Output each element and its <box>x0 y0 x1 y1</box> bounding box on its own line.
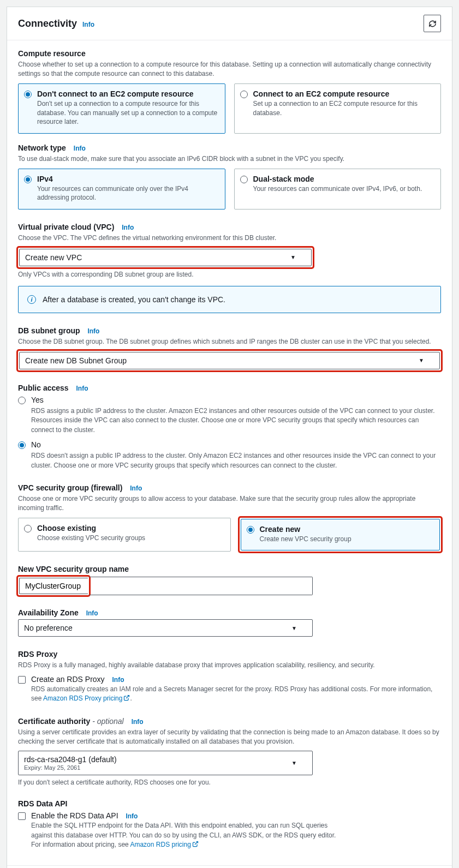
section-vpc-security-group: VPC security group (firewall) Info Choos… <box>18 483 441 552</box>
highlight-secgroup-create: Create new Create new VPC security group <box>240 518 442 552</box>
section-db-subnet: DB subnet group Info Choose the DB subne… <box>18 326 441 370</box>
section-az: Availability Zone Info No preference ▼ <box>18 608 441 637</box>
info-link-proxy[interactable]: Info <box>112 676 124 684</box>
compute-title: Compute resource <box>18 49 441 58</box>
secgroup-desc: Choose one or more VPC security groups t… <box>18 494 441 513</box>
info-link-network[interactable]: Info <box>74 145 86 152</box>
proxy-cb-label: Create an RDS Proxy <box>31 675 105 684</box>
section-network-type: Network type Info To use dual-stack mode… <box>18 143 441 209</box>
proxy-checkbox[interactable] <box>18 676 26 684</box>
new-sg-name-input-highlighted[interactable] <box>19 578 88 594</box>
opt-desc: Set up a connection to an EC2 compute re… <box>253 99 434 118</box>
opt-desc: Don't set up a connection to a compute r… <box>37 99 218 127</box>
caret-down-icon: ▼ <box>290 254 296 260</box>
opt-desc: Your resources can communicate over IPv4… <box>253 184 422 194</box>
radio-icon <box>240 91 248 98</box>
radio-icon <box>247 526 254 534</box>
info-link-dataapi[interactable]: Info <box>126 812 138 820</box>
cert-desc: Using a server certificate provides an e… <box>18 728 441 747</box>
opt-desc: Choose existing VPC security groups <box>37 534 145 543</box>
radio-icon <box>240 176 248 183</box>
public-access-yes[interactable]: Yes <box>18 396 441 404</box>
info-link-vpc[interactable]: Info <box>122 224 134 231</box>
vpc-notice-box: i After a database is created, you can't… <box>18 286 441 313</box>
network-title: Network type <box>18 143 66 152</box>
network-desc: To use dual-stack mode, make sure that y… <box>18 154 441 164</box>
section-rds-proxy: RDS Proxy RDS Proxy is a fully managed, … <box>18 650 441 703</box>
public-access-title: Public access <box>18 384 69 392</box>
radio-yes-label: Yes <box>31 396 44 404</box>
section-vpc: Virtual private cloud (VPC) Info Choose … <box>18 223 441 313</box>
external-link-icon <box>123 695 130 701</box>
compute-option-dont-connect[interactable]: Don't connect to an EC2 compute resource… <box>18 83 225 134</box>
opt-desc: Create new VPC security group <box>260 535 351 544</box>
proxy-pricing-link[interactable]: Amazon RDS Proxy pricing <box>43 695 130 702</box>
info-link-public-access[interactable]: Info <box>76 385 88 392</box>
radio-icon <box>24 525 32 532</box>
opt-label: Choose existing <box>37 524 145 532</box>
radio-icon <box>18 441 26 449</box>
dataapi-title: RDS Data API <box>18 799 441 808</box>
secgroup-option-create-new[interactable]: Create new Create new VPC security group <box>241 519 440 551</box>
cert-title: Certificate authority <box>18 717 90 726</box>
info-link-az[interactable]: Info <box>86 609 98 617</box>
subnet-select[interactable]: Create new DB Subnet Group ▼ <box>19 352 440 369</box>
dataapi-checkbox[interactable] <box>18 812 26 820</box>
caret-down-icon: ▼ <box>291 625 297 631</box>
radio-icon <box>24 176 32 183</box>
info-link-cert[interactable]: Info <box>132 718 144 726</box>
cert-value: rds-ca-rsa2048-g1 (default) <box>24 755 117 764</box>
section-compute-resource: Compute resource Choose whether to set u… <box>18 49 441 134</box>
info-link-header[interactable]: Info <box>82 21 94 28</box>
vpc-desc: Choose the VPC. The VPC defines the virt… <box>18 234 441 243</box>
proxy-desc: RDS Proxy is a fully managed, highly ava… <box>18 661 441 670</box>
network-option-ipv4[interactable]: IPv4 Your resources can communicate only… <box>18 169 225 210</box>
section-new-sg-name: New VPC security group name <box>18 565 441 595</box>
vpc-notice-text: After a database is created, you can't c… <box>43 295 225 304</box>
caret-down-icon: ▼ <box>419 357 424 363</box>
refresh-icon <box>428 20 437 28</box>
public-access-no-desc: RDS doesn't assign a public IP address t… <box>31 451 441 470</box>
cert-expiry: Expiry: May 25, 2061 <box>24 764 117 771</box>
radio-no-label: No <box>31 440 41 449</box>
opt-desc: Your resources can communicate only over… <box>37 184 218 203</box>
refresh-button[interactable] <box>424 15 441 32</box>
vpc-footnote: Only VPCs with a corresponding DB subnet… <box>18 271 441 278</box>
additional-config-expander[interactable]: Additional configuration <box>7 865 452 868</box>
opt-label: Create new <box>260 525 351 534</box>
caret-down-icon: ▼ <box>291 760 297 766</box>
section-certificate-authority: Certificate authority - optional Info Us… <box>18 717 441 787</box>
panel-header: Connectivity Info <box>7 7 452 40</box>
opt-label: IPv4 <box>37 175 218 183</box>
select-value: No preference <box>24 624 73 632</box>
section-rds-data-api: RDS Data API Enable the RDS Data API Inf… <box>18 799 441 849</box>
compute-desc: Choose whether to set up a connection to… <box>18 60 441 79</box>
public-access-no[interactable]: No <box>18 440 441 449</box>
secgroup-option-existing[interactable]: Choose existing Choose existing VPC secu… <box>18 518 231 552</box>
proxy-title: RDS Proxy <box>18 650 441 659</box>
section-public-access: Public access Info Yes RDS assigns a pub… <box>18 384 441 470</box>
compute-option-connect-ec2[interactable]: Connect to an EC2 compute resource Set u… <box>234 83 442 134</box>
highlight-vpc-select: Create new VPC ▼ <box>18 248 313 267</box>
info-link-subnet[interactable]: Info <box>87 327 99 335</box>
cert-footnote: If you don't select a certificate author… <box>18 779 441 786</box>
external-link-icon <box>192 841 199 847</box>
opt-label: Don't connect to an EC2 compute resource <box>37 89 218 98</box>
vpc-select[interactable]: Create new VPC ▼ <box>19 249 312 266</box>
subnet-title: DB subnet group <box>18 326 80 335</box>
info-link-secgroup[interactable]: Info <box>130 484 142 492</box>
opt-label: Connect to an EC2 compute resource <box>253 89 434 98</box>
dataapi-cb-label: Enable the RDS Data API <box>31 811 118 820</box>
opt-label: Dual-stack mode <box>253 175 422 183</box>
rds-pricing-link[interactable]: Amazon RDS pricing <box>130 841 198 848</box>
subnet-desc: Choose the DB subnet group. The DB subne… <box>18 337 441 346</box>
connectivity-panel: Connectivity Info Compute resource Choos… <box>7 7 452 868</box>
az-title: Availability Zone <box>18 608 79 617</box>
select-value: Create new DB Subnet Group <box>25 356 127 365</box>
highlight-sg-input <box>18 577 89 595</box>
network-option-dual-stack[interactable]: Dual-stack mode Your resources can commu… <box>234 169 442 210</box>
panel-title: Connectivity <box>18 18 77 29</box>
new-sg-title: New VPC security group name <box>18 565 441 573</box>
az-select[interactable]: No preference ▼ <box>18 619 313 637</box>
cert-select[interactable]: rds-ca-rsa2048-g1 (default) Expiry: May … <box>18 751 313 775</box>
